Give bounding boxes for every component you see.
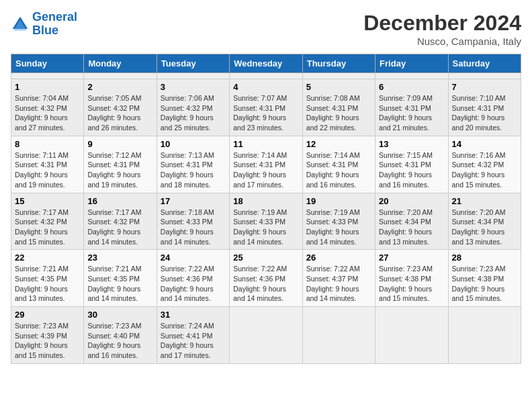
- sunrise-text: Sunrise: 7:11 AM: [15, 151, 69, 159]
- day-number: 28: [452, 253, 517, 263]
- sunset-text: Sunset: 4:36 PM: [233, 275, 285, 283]
- calendar-cell: [302, 73, 375, 79]
- day-info: Sunrise: 7:23 AMSunset: 4:39 PMDaylight:…: [15, 321, 80, 361]
- logo-text: General Blue: [32, 11, 77, 38]
- day-number: 29: [15, 310, 80, 320]
- sunrise-text: Sunrise: 7:13 AM: [161, 151, 214, 159]
- calendar-cell: 20Sunrise: 7:20 AMSunset: 4:34 PMDayligh…: [375, 193, 448, 250]
- day-number: 2: [87, 82, 152, 92]
- daylight-text: Daylight: 9 hours and 21 minutes.: [379, 113, 432, 132]
- day-info: Sunrise: 7:20 AMSunset: 4:34 PMDaylight:…: [379, 208, 444, 247]
- daylight-text: Daylight: 9 hours and 14 minutes.: [161, 285, 214, 303]
- calendar-cell: 17Sunrise: 7:18 AMSunset: 4:33 PMDayligh…: [157, 193, 229, 250]
- sunset-text: Sunset: 4:31 PM: [379, 104, 431, 112]
- col-header-wednesday: Wednesday: [230, 54, 302, 73]
- calendar-cell: 8Sunrise: 7:11 AMSunset: 4:31 PMDaylight…: [11, 136, 84, 193]
- daylight-text: Daylight: 9 hours and 13 minutes.: [15, 285, 68, 303]
- sunrise-text: Sunrise: 7:22 AM: [161, 265, 214, 273]
- day-info: Sunrise: 7:12 AMSunset: 4:31 PMDaylight:…: [87, 150, 152, 190]
- day-info: Sunrise: 7:08 AMSunset: 4:31 PMDaylight:…: [306, 93, 371, 133]
- day-number: 24: [161, 253, 226, 263]
- calendar-header-row: SundayMondayTuesdayWednesdayThursdayFrid…: [11, 54, 521, 73]
- daylight-text: Daylight: 9 hours and 19 minutes.: [87, 171, 140, 189]
- daylight-text: Daylight: 9 hours and 17 minutes.: [233, 171, 286, 189]
- calendar-cell: 9Sunrise: 7:12 AMSunset: 4:31 PMDaylight…: [84, 136, 157, 193]
- sunrise-text: Sunrise: 7:22 AM: [306, 265, 360, 273]
- day-info: Sunrise: 7:21 AMSunset: 4:35 PMDaylight:…: [15, 264, 80, 304]
- day-number: 18: [233, 196, 298, 206]
- day-number: 30: [87, 310, 152, 320]
- day-info: Sunrise: 7:24 AMSunset: 4:41 PMDaylight:…: [161, 321, 226, 361]
- logo-icon: [11, 15, 30, 34]
- day-info: Sunrise: 7:23 AMSunset: 4:38 PMDaylight:…: [379, 264, 444, 304]
- col-header-saturday: Saturday: [448, 54, 521, 73]
- sunrise-text: Sunrise: 7:19 AM: [233, 208, 287, 216]
- sunset-text: Sunset: 4:31 PM: [233, 161, 285, 169]
- calendar-cell: 29Sunrise: 7:23 AMSunset: 4:39 PMDayligh…: [11, 307, 84, 364]
- day-info: Sunrise: 7:16 AMSunset: 4:32 PMDaylight:…: [452, 150, 517, 190]
- logo: General Blue: [11, 11, 77, 38]
- daylight-text: Daylight: 9 hours and 27 minutes.: [15, 113, 68, 132]
- sunset-text: Sunset: 4:32 PM: [452, 161, 504, 169]
- calendar-cell: [302, 307, 375, 364]
- calendar-cell: 31Sunrise: 7:24 AMSunset: 4:41 PMDayligh…: [157, 307, 229, 364]
- daylight-text: Daylight: 9 hours and 17 minutes.: [161, 341, 214, 359]
- sunrise-text: Sunrise: 7:10 AM: [452, 94, 506, 102]
- sunrise-text: Sunrise: 7:04 AM: [15, 94, 69, 102]
- calendar-week-row: 15Sunrise: 7:17 AMSunset: 4:32 PMDayligh…: [11, 193, 521, 250]
- sunrise-text: Sunrise: 7:23 AM: [15, 322, 69, 330]
- day-info: Sunrise: 7:17 AMSunset: 4:32 PMDaylight:…: [15, 208, 80, 247]
- day-info: Sunrise: 7:09 AMSunset: 4:31 PMDaylight:…: [379, 93, 444, 133]
- calendar-cell: 27Sunrise: 7:23 AMSunset: 4:38 PMDayligh…: [375, 250, 448, 307]
- day-number: 17: [161, 196, 226, 206]
- calendar-cell: 13Sunrise: 7:15 AMSunset: 4:31 PMDayligh…: [375, 136, 448, 193]
- calendar-cell: 3Sunrise: 7:06 AMSunset: 4:32 PMDaylight…: [157, 79, 229, 136]
- sunset-text: Sunset: 4:32 PM: [87, 218, 140, 226]
- sunset-text: Sunset: 4:36 PM: [161, 275, 213, 283]
- calendar-cell: 11Sunrise: 7:14 AMSunset: 4:31 PMDayligh…: [230, 136, 302, 193]
- sunset-text: Sunset: 4:31 PM: [452, 104, 504, 112]
- daylight-text: Daylight: 9 hours and 15 minutes.: [452, 285, 505, 303]
- calendar-week-row: 8Sunrise: 7:11 AMSunset: 4:31 PMDaylight…: [11, 136, 521, 193]
- sunset-text: Sunset: 4:32 PM: [15, 104, 67, 112]
- location: Nusco, Campania, Italy: [363, 36, 521, 47]
- sunrise-text: Sunrise: 7:20 AM: [379, 208, 433, 216]
- calendar-week-row: [11, 73, 521, 79]
- day-info: Sunrise: 7:11 AMSunset: 4:31 PMDaylight:…: [15, 150, 80, 190]
- day-info: Sunrise: 7:18 AMSunset: 4:33 PMDaylight:…: [161, 208, 226, 247]
- calendar-cell: [375, 307, 448, 364]
- calendar-week-row: 22Sunrise: 7:21 AMSunset: 4:35 PMDayligh…: [11, 250, 521, 307]
- sunrise-text: Sunrise: 7:19 AM: [306, 208, 360, 216]
- sunrise-text: Sunrise: 7:23 AM: [87, 322, 141, 330]
- day-number: 27: [379, 253, 444, 263]
- calendar-cell: [157, 73, 229, 79]
- sunset-text: Sunset: 4:31 PM: [233, 104, 285, 112]
- sunset-text: Sunset: 4:40 PM: [87, 332, 140, 340]
- sunset-text: Sunset: 4:32 PM: [15, 218, 67, 226]
- calendar-cell: 22Sunrise: 7:21 AMSunset: 4:35 PMDayligh…: [11, 250, 84, 307]
- day-number: 26: [306, 253, 371, 263]
- sunrise-text: Sunrise: 7:24 AM: [161, 322, 214, 330]
- day-number: 8: [15, 139, 80, 149]
- calendar-cell: [84, 73, 157, 79]
- page-header: General Blue December 2024 Nusco, Campan…: [11, 11, 521, 47]
- calendar-cell: 26Sunrise: 7:22 AMSunset: 4:37 PMDayligh…: [302, 250, 375, 307]
- day-info: Sunrise: 7:21 AMSunset: 4:35 PMDaylight:…: [87, 264, 152, 304]
- col-header-monday: Monday: [84, 54, 157, 73]
- sunrise-text: Sunrise: 7:14 AM: [233, 151, 287, 159]
- day-info: Sunrise: 7:22 AMSunset: 4:36 PMDaylight:…: [233, 264, 298, 304]
- daylight-text: Daylight: 9 hours and 16 minutes.: [87, 341, 140, 359]
- sunrise-text: Sunrise: 7:23 AM: [452, 265, 506, 273]
- sunrise-text: Sunrise: 7:20 AM: [452, 208, 506, 216]
- daylight-text: Daylight: 9 hours and 14 minutes.: [306, 228, 359, 246]
- day-number: 15: [15, 196, 80, 206]
- sunset-text: Sunset: 4:35 PM: [15, 275, 67, 283]
- calendar-cell: 14Sunrise: 7:16 AMSunset: 4:32 PMDayligh…: [448, 136, 521, 193]
- calendar-cell: 28Sunrise: 7:23 AMSunset: 4:38 PMDayligh…: [448, 250, 521, 307]
- day-info: Sunrise: 7:17 AMSunset: 4:32 PMDaylight:…: [87, 208, 152, 247]
- sunrise-text: Sunrise: 7:06 AM: [161, 94, 214, 102]
- day-number: 11: [233, 139, 298, 149]
- month-title: December 2024: [363, 11, 521, 36]
- sunset-text: Sunset: 4:32 PM: [87, 104, 140, 112]
- day-number: 3: [161, 82, 226, 92]
